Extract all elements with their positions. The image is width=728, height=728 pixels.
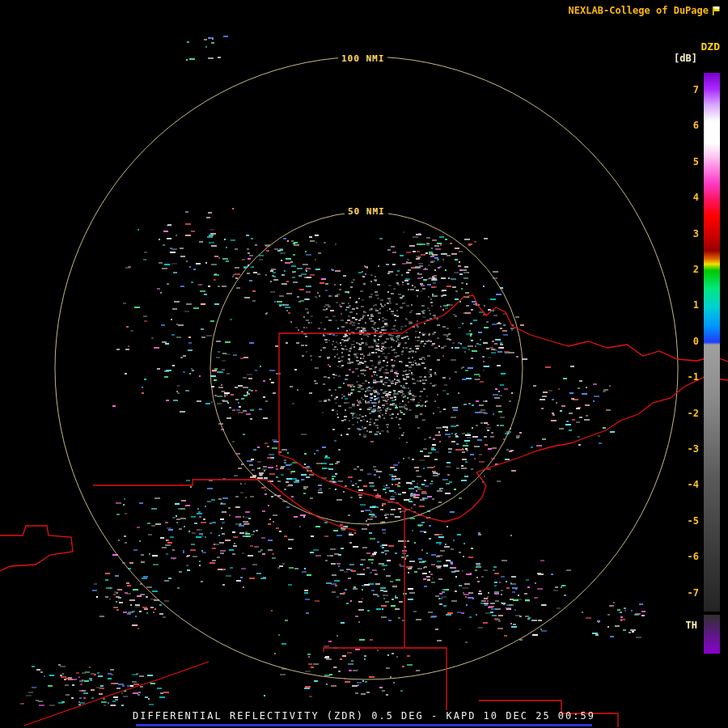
product-status-text: DIFFERENTIAL REFLECTIVITY (ZDR) 0.5 DEG … (133, 710, 595, 722)
colorbar-tick-4: 4 (678, 192, 699, 203)
colorbar-tick-5: 5 (678, 156, 699, 167)
colorbar-gradient (704, 73, 720, 612)
colorbar-tick-7: 7 (678, 84, 699, 95)
range-ring-label-50nmi: 50 NMI (345, 206, 388, 217)
site-title: NEXLAB-College of DuPage (569, 5, 709, 16)
colorbar-threshold-swatch (704, 615, 720, 654)
colorbar-threshold-label: TH (686, 620, 697, 631)
range-ring-label-100nmi: 100 NMI (338, 53, 387, 64)
colorbar-tick-0: 0 (678, 336, 699, 347)
colorbar-tick-2: 2 (678, 264, 699, 275)
status-underline (136, 724, 592, 726)
status-bar: DIFFERENTIAL REFLECTIVITY (ZDR) 0.5 DEG … (0, 710, 728, 722)
radar-screen: 100 NMI 50 NMI NEXLAB-College of DuPage … (0, 0, 728, 728)
colorbar-tick--4: -4 (678, 479, 699, 490)
colorbar-tick-6: 6 (678, 120, 699, 131)
colorbar-tick--1: -1 (678, 371, 699, 383)
cod-logo-flag-icon (713, 6, 722, 15)
colorbar-tick--5: -5 (678, 515, 699, 527)
header: NEXLAB-College of DuPage (569, 5, 722, 16)
radar-map-canvas (0, 0, 728, 728)
colorbar-tick--6: -6 (678, 551, 699, 562)
colorbar-tick-3: 3 (678, 228, 699, 239)
colorbar-units-label: [dB] (674, 53, 697, 64)
colorbar-tick--3: -3 (678, 443, 699, 455)
colorbar-product-label: DZD (701, 40, 720, 53)
colorbar-tick--7: -7 (678, 587, 699, 599)
colorbar-tick--2: -2 (678, 408, 699, 419)
colorbar-tick-1: 1 (678, 299, 699, 311)
